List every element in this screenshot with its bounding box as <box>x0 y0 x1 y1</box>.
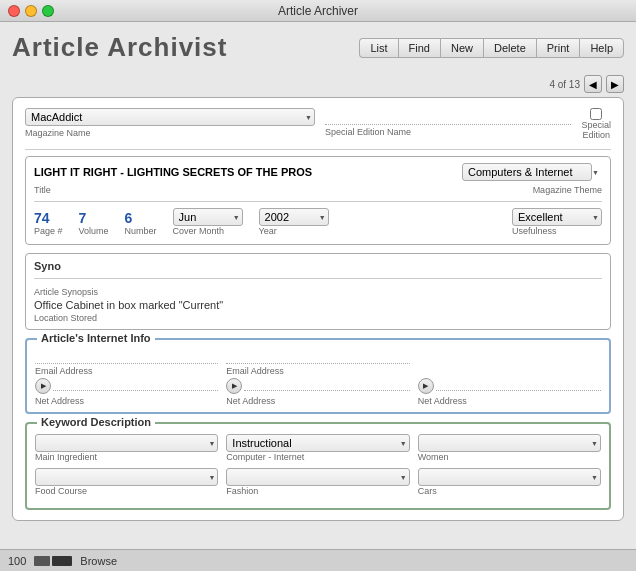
status-icon-1 <box>34 556 50 566</box>
next-record-button[interactable]: ▶ <box>606 75 624 93</box>
food-course-select-wrap[interactable] <box>35 468 218 486</box>
find-button[interactable]: Find <box>398 38 440 58</box>
metrics-divider <box>34 201 602 202</box>
record-info: 4 of 13 <box>549 79 580 90</box>
new-button[interactable]: New <box>440 38 483 58</box>
divider-1 <box>25 149 611 150</box>
women-label: Women <box>418 452 601 462</box>
year-select[interactable]: 2002 <box>259 208 329 226</box>
special-edition-checkbox[interactable] <box>590 108 602 120</box>
status-bar: 100 Browse <box>0 549 636 571</box>
maximize-button[interactable] <box>42 5 54 17</box>
page-num-label: Page # <box>34 226 63 236</box>
usefulness-label: Usefulness <box>512 226 557 236</box>
food-course-label: Food Course <box>35 486 218 496</box>
cover-month-select-wrap[interactable]: Jun <box>173 208 243 226</box>
article-section: LIGHT IT RIGHT - LIGHTING SECRETS OF THE… <box>25 156 611 245</box>
magazine-name-select-wrap[interactable]: MacAddict <box>25 108 315 126</box>
net-address-2-label: Net Address <box>226 396 275 406</box>
number-label: Number <box>125 226 157 236</box>
synopsis-divider <box>34 278 602 279</box>
usefulness-select-wrap[interactable]: Excellent <box>512 208 602 226</box>
delete-button[interactable]: Delete <box>483 38 536 58</box>
cars-select[interactable] <box>418 468 601 486</box>
year-select-wrap[interactable]: 2002 <box>259 208 329 226</box>
special-edition-label: SpecialEdition <box>581 121 611 141</box>
magazine-theme-select[interactable]: Computers & Internet <box>462 163 592 181</box>
food-course-select[interactable] <box>35 468 218 486</box>
main-ingredient-label: Main Ingredient <box>35 452 218 462</box>
net-address-3-play-button[interactable]: ▶ <box>418 378 434 394</box>
year-label: Year <box>259 226 277 236</box>
article-title-label: Title <box>34 185 439 195</box>
keyword-section-label: Keyword Description <box>37 416 155 428</box>
synopsis-section-label: Syno <box>34 260 61 272</box>
special-edition-name-label: Special Edition Name <box>325 127 571 137</box>
synopsis-article-label: Article Synopsis <box>34 287 98 297</box>
cover-month-label: Cover Month <box>173 226 225 236</box>
synopsis-section: Syno Article Synopsis Office Cabinet in … <box>25 253 611 330</box>
magazine-name-select[interactable]: MacAddict <box>25 108 315 126</box>
usefulness-select[interactable]: Excellent <box>512 208 602 226</box>
fashion-label: Fashion <box>226 486 409 496</box>
help-button[interactable]: Help <box>579 38 624 58</box>
window-title: Article Archiver <box>278 4 358 18</box>
net-address-1-input[interactable] <box>53 380 218 391</box>
page-num-value: 74 <box>34 210 50 226</box>
number-value: 6 <box>125 210 133 226</box>
synopsis-text: Office Cabinet in box marked "Current" <box>34 299 602 311</box>
fashion-select-wrap[interactable] <box>226 468 409 486</box>
net-address-1-label: Net Address <box>35 396 84 406</box>
minimize-button[interactable] <box>25 5 37 17</box>
net-address-2-input[interactable] <box>244 380 409 391</box>
cars-label: Cars <box>418 486 601 496</box>
cover-month-select[interactable]: Jun <box>173 208 243 226</box>
main-ingredient-select-wrap[interactable] <box>35 434 218 452</box>
location-stored-label: Location Stored <box>34 313 97 323</box>
email-address-1-input[interactable] <box>35 351 218 364</box>
article-title: LIGHT IT RIGHT - LIGHTING SECRETS OF THE… <box>34 166 454 178</box>
email-address-2-label: Email Address <box>226 366 284 376</box>
computer-internet-label: Computer - Internet <box>226 452 409 462</box>
net-address-1-play-button[interactable]: ▶ <box>35 378 51 394</box>
main-window: Article Archivist List Find New Delete P… <box>0 22 636 571</box>
internet-section: Article's Internet Info Email Address ▶ … <box>25 338 611 414</box>
cars-select-wrap[interactable] <box>418 468 601 486</box>
internet-section-label: Article's Internet Info <box>37 332 155 344</box>
status-mode: Browse <box>80 555 117 567</box>
email-address-1-label: Email Address <box>35 366 93 376</box>
special-edition-name-input[interactable] <box>325 111 571 125</box>
keyword-section: Keyword Description Main Ingredient Inst… <box>25 422 611 510</box>
main-ingredient-select[interactable] <box>35 434 218 452</box>
women-select-wrap[interactable] <box>418 434 601 452</box>
print-button[interactable]: Print <box>536 38 580 58</box>
women-select[interactable] <box>418 434 601 452</box>
net-address-2-play-button[interactable]: ▶ <box>226 378 242 394</box>
window-controls[interactable] <box>8 5 54 17</box>
fashion-select[interactable] <box>226 468 409 486</box>
prev-record-button[interactable]: ◀ <box>584 75 602 93</box>
zoom-level: 100 <box>8 555 26 567</box>
net-address-3-input[interactable] <box>436 380 601 391</box>
status-icon-2 <box>52 556 72 566</box>
list-button[interactable]: List <box>359 38 397 58</box>
app-title: Article Archivist <box>12 32 227 63</box>
toolbar: List Find New Delete Print Help <box>359 38 624 58</box>
net-address-3-label: Net Address <box>418 396 467 406</box>
magazine-name-label: Magazine Name <box>25 128 315 138</box>
volume-label: Volume <box>79 226 109 236</box>
title-bar: Article Archiver <box>0 0 636 22</box>
computer-internet-select-wrap[interactable]: Instructional <box>226 434 409 452</box>
volume-value: 7 <box>79 210 87 226</box>
email-address-2-input[interactable] <box>226 351 409 364</box>
status-icons <box>34 556 72 566</box>
content-area: MacAddict Magazine Name Special Edition … <box>12 97 624 521</box>
computer-internet-select[interactable]: Instructional <box>226 434 409 452</box>
close-button[interactable] <box>8 5 20 17</box>
magazine-theme-label: Magazine Theme <box>447 185 602 195</box>
magazine-theme-select-wrap[interactable]: Computers & Internet <box>462 163 602 181</box>
